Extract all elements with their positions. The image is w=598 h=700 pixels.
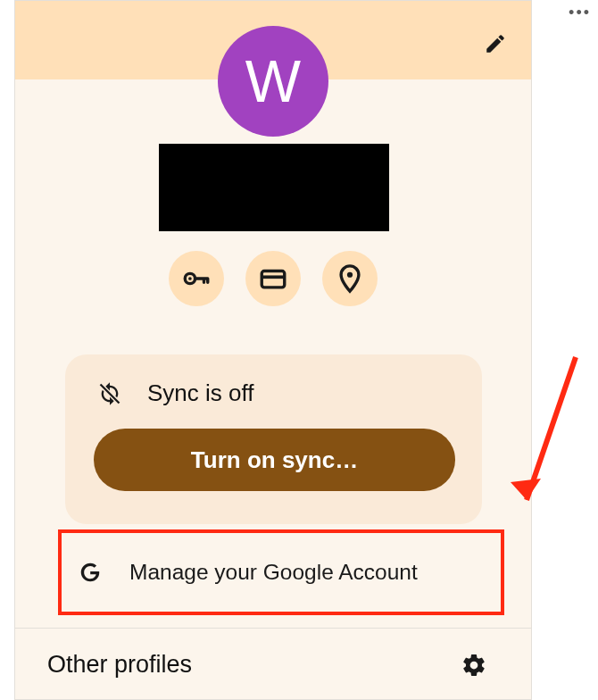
avatar: W bbox=[218, 26, 328, 137]
viewport: ••• W bbox=[0, 0, 598, 700]
sync-card: Sync is off Turn on sync… bbox=[65, 354, 482, 524]
manage-account-label: Manage your Google Account bbox=[129, 560, 418, 585]
payments-shortcut[interactable] bbox=[245, 251, 301, 306]
sync-status-label: Sync is off bbox=[147, 379, 253, 407]
svg-point-1 bbox=[188, 277, 192, 280]
gear-icon bbox=[461, 652, 487, 679]
overflow-dots-icon: ••• bbox=[569, 4, 591, 22]
shortcut-row bbox=[15, 251, 531, 306]
other-profiles-label: Other profiles bbox=[47, 651, 192, 679]
location-pin-icon bbox=[335, 263, 365, 294]
key-icon bbox=[181, 263, 212, 294]
profile-name-redacted bbox=[159, 144, 389, 231]
profile-menu-panel: W bbox=[14, 0, 532, 700]
edit-profile-button[interactable] bbox=[479, 28, 511, 60]
avatar-letter: W bbox=[245, 47, 301, 115]
addresses-shortcut[interactable] bbox=[322, 251, 378, 306]
other-profiles-row: Other profiles bbox=[15, 629, 531, 700]
turn-on-sync-button[interactable]: Turn on sync… bbox=[94, 429, 455, 491]
credit-card-icon bbox=[258, 263, 288, 294]
manage-profiles-button[interactable] bbox=[456, 647, 492, 683]
svg-rect-3 bbox=[262, 275, 285, 279]
manage-google-account-row[interactable]: Manage your Google Account bbox=[58, 529, 504, 615]
svg-line-5 bbox=[527, 357, 576, 500]
svg-rect-2 bbox=[262, 271, 285, 288]
passwords-shortcut[interactable] bbox=[169, 251, 224, 306]
sync-off-icon bbox=[97, 381, 122, 406]
pencil-icon bbox=[484, 32, 507, 55]
sync-header: Sync is off bbox=[97, 379, 459, 407]
svg-point-4 bbox=[347, 272, 353, 278]
google-logo-icon bbox=[78, 560, 103, 585]
